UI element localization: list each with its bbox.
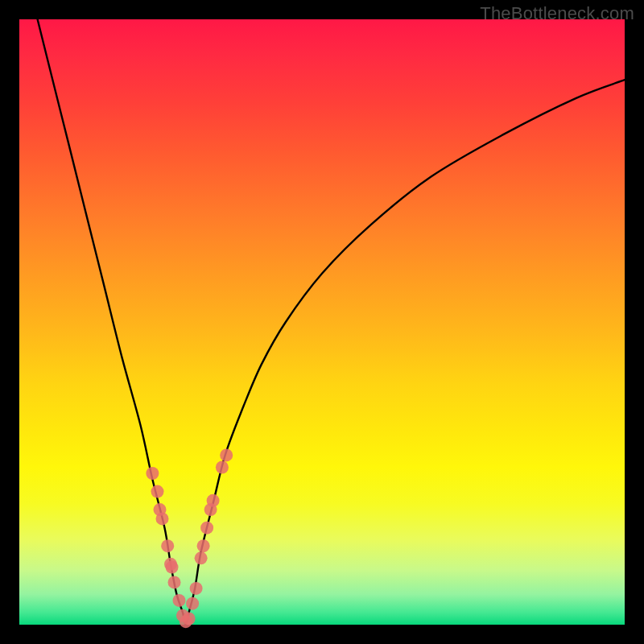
plot-area bbox=[19, 19, 625, 625]
data-point bbox=[168, 576, 181, 588]
data-point bbox=[216, 461, 229, 474]
data-point bbox=[190, 582, 203, 595]
data-point bbox=[151, 485, 164, 498]
data-point bbox=[161, 539, 174, 552]
chart-svg bbox=[19, 19, 625, 625]
data-point bbox=[173, 594, 186, 607]
data-point bbox=[197, 539, 210, 552]
brand-watermark: TheBottleneck.com bbox=[480, 3, 634, 24]
bottleneck-curve bbox=[38, 19, 625, 625]
data-point bbox=[186, 597, 199, 610]
data-point bbox=[146, 467, 159, 480]
data-point bbox=[200, 522, 213, 535]
data-point bbox=[195, 551, 208, 564]
data-point bbox=[183, 613, 196, 625]
data-point bbox=[207, 494, 220, 507]
data-point bbox=[166, 561, 179, 574]
chart-frame: TheBottleneck.com bbox=[0, 0, 644, 644]
data-point bbox=[156, 512, 169, 525]
data-point bbox=[220, 448, 233, 461]
